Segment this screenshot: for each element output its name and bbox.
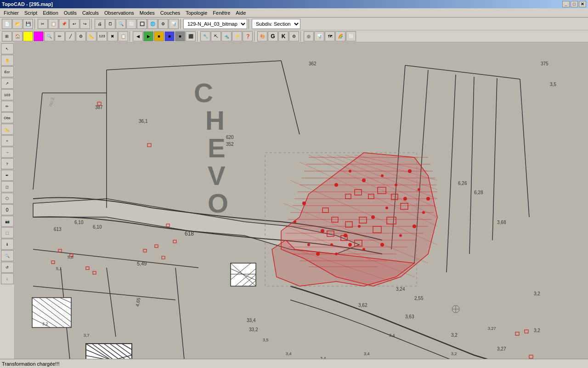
tb2-btn-k[interactable]: K — [278, 31, 288, 41]
paste-button[interactable]: 📌 — [59, 19, 69, 29]
menu-script[interactable]: Script — [22, 9, 40, 17]
tb2-btn4[interactable]: ✏ — [55, 31, 65, 41]
undo-button[interactable]: ↩ — [69, 19, 79, 29]
sidebar-down[interactable]: ↓ — [1, 273, 14, 284]
print-button[interactable]: 🖨 — [95, 19, 105, 29]
menu-edition[interactable]: Edition — [40, 9, 61, 17]
menu-modes[interactable]: Modes — [137, 9, 158, 17]
tb2-btn14[interactable]: ■ — [175, 31, 185, 41]
svg-text:3,2: 3,2 — [42, 322, 48, 326]
svg-point-63 — [385, 207, 388, 209]
sidebar-pointer[interactable]: ↗ — [1, 78, 14, 89]
section-dropdown[interactable]: Subdiv. Section — [252, 19, 300, 29]
sidebar-node[interactable]: 103 — [1, 89, 14, 100]
svg-point-78 — [426, 197, 430, 201]
menu-outils[interactable]: Outils — [61, 9, 79, 17]
sidebar-poly[interactable]: ⬡ — [1, 193, 14, 204]
tb2-btn5[interactable]: ╱ — [65, 31, 75, 41]
open-button[interactable]: 📂 — [12, 19, 23, 29]
svg-text:E: E — [208, 133, 226, 163]
tb2-btn21[interactable]: 🎨 — [257, 31, 267, 41]
sidebar-zero[interactable]: 0 — [1, 204, 14, 215]
tb2-btn20[interactable]: ❓ — [243, 31, 253, 41]
tb2-btn23[interactable]: ◎ — [304, 31, 314, 41]
tb2-btn22[interactable]: ⚙ — [289, 31, 299, 41]
sidebar-arrow-r[interactable]: → — [1, 147, 14, 158]
sidebar-plus[interactable]: + — [1, 135, 14, 146]
tb2-btn15[interactable]: ⬛ — [186, 31, 196, 41]
menu-couches[interactable]: Couches — [158, 9, 183, 17]
tb2-btn16[interactable]: 🔧 — [200, 31, 210, 41]
sidebar-zoom[interactable]: 🔍 — [1, 250, 14, 261]
tb2-btn10[interactable]: ◀ — [133, 31, 143, 41]
sidebar-edit[interactable]: ✏ — [1, 101, 14, 112]
sidebar-measure[interactable]: 📐 — [1, 124, 14, 135]
svg-text:618: 618 — [185, 230, 194, 237]
tb2-btn6[interactable]: ⚙ — [76, 31, 86, 41]
tb-btn-extra5[interactable]: 📊 — [169, 19, 179, 29]
status-text: Transformation chargée!!! — [2, 361, 60, 367]
menu-observations[interactable]: Observations — [102, 9, 137, 17]
tb2-btn-abc[interactable]: 123 — [97, 31, 107, 41]
svg-text:V: V — [208, 161, 226, 190]
sidebar-select[interactable]: ↖ — [1, 43, 14, 54]
tb2-btn19[interactable]: ⚡ — [232, 31, 242, 41]
sep8 — [300, 31, 302, 41]
tb2-btn12[interactable]: ■ — [154, 31, 164, 41]
tb2-btn-color1[interactable] — [23, 31, 33, 41]
sidebar-info[interactable]: ℹ — [1, 239, 14, 250]
tb2-btn11[interactable]: ▶ — [143, 31, 153, 41]
sidebar-question[interactable]: ? — [1, 158, 14, 169]
tb-btn-extra2[interactable]: 🔲 — [137, 19, 147, 29]
cut-button[interactable]: ✂ — [38, 19, 48, 29]
copy-button[interactable]: 📋 — [48, 19, 58, 29]
main-area: ↖ ✋ Écr ↗ 103 ✏ Obs 📐 + → ? ✒ ◻ ⬡ 0 📷 ⬚ … — [0, 42, 588, 359]
minimize-button[interactable]: _ — [562, 1, 570, 7]
svg-text:6,10: 6,10 — [93, 224, 102, 230]
tb2-btn18[interactable]: 🔩 — [221, 31, 232, 41]
sidebar-cam[interactable]: 📷 — [1, 216, 14, 227]
tb2-btn26[interactable]: ⬜ — [346, 31, 356, 41]
svg-text:6,10: 6,10 — [74, 220, 84, 225]
svg-text:5,49: 5,49 — [137, 261, 147, 266]
print-preview-button[interactable]: 🗒 — [105, 19, 115, 29]
menu-fichier[interactable]: Fichier — [1, 9, 22, 17]
close-button[interactable]: ✕ — [579, 1, 586, 7]
menu-topologie[interactable]: Topologie — [183, 9, 210, 17]
tb2-btn-rainbow[interactable]: 🌈 — [335, 31, 345, 41]
tb2-btn9[interactable]: 📋 — [118, 31, 128, 41]
layer-dropdown[interactable]: 129-N_AH_03_bitmap — [183, 19, 247, 29]
tb2-btn2[interactable]: 🏠 — [12, 31, 23, 41]
redo-button[interactable]: ↪ — [80, 19, 90, 29]
tb2-btn7[interactable]: 📐 — [86, 31, 96, 41]
tb2-btn-color2[interactable] — [34, 31, 44, 41]
sidebar-rotate[interactable]: ↺ — [1, 262, 14, 273]
svg-text:3,4: 3,4 — [320, 356, 326, 359]
zoom-in-button[interactable]: 🔍 — [116, 19, 126, 29]
tb2-btn13[interactable]: ■ — [164, 31, 175, 41]
maximize-button[interactable]: □ — [571, 1, 578, 7]
sidebar-obs[interactable]: Obs — [1, 112, 14, 123]
save-button[interactable]: 💾 — [23, 19, 33, 29]
svg-point-60 — [408, 169, 412, 173]
tb2-btn-g[interactable]: G — [268, 31, 278, 41]
sidebar-pen[interactable]: Écr — [1, 66, 14, 77]
sidebar-erase[interactable]: ◻ — [1, 181, 14, 192]
sidebar-layers[interactable]: ⬚ — [1, 227, 14, 238]
map-canvas[interactable]: C H E V O — [15, 42, 588, 359]
menu-aide[interactable]: Aide — [233, 9, 249, 17]
tb2-btn17[interactable]: ⛏ — [211, 31, 221, 41]
tb2-btn24[interactable]: 📊 — [314, 31, 324, 41]
menu-calculs[interactable]: Calculs — [79, 9, 102, 17]
sidebar-move[interactable]: ✋ — [1, 55, 14, 66]
tb2-btn3[interactable]: 🔍 — [44, 31, 54, 41]
tb2-btn25[interactable]: 🗺 — [325, 31, 335, 41]
tb2-btn8[interactable]: ✖ — [107, 31, 118, 41]
menu-fenetre[interactable]: Fenêtre — [210, 9, 233, 17]
sidebar-draw[interactable]: ✒ — [1, 170, 14, 181]
tb-btn-extra3[interactable]: 🌐 — [147, 19, 158, 29]
tb-btn-extra1[interactable]: ⬜ — [126, 19, 136, 29]
tb2-btn1[interactable]: ⊞ — [2, 31, 12, 41]
new-button[interactable]: 📄 — [2, 19, 12, 29]
tb-btn-extra4[interactable]: ⚙ — [158, 19, 168, 29]
